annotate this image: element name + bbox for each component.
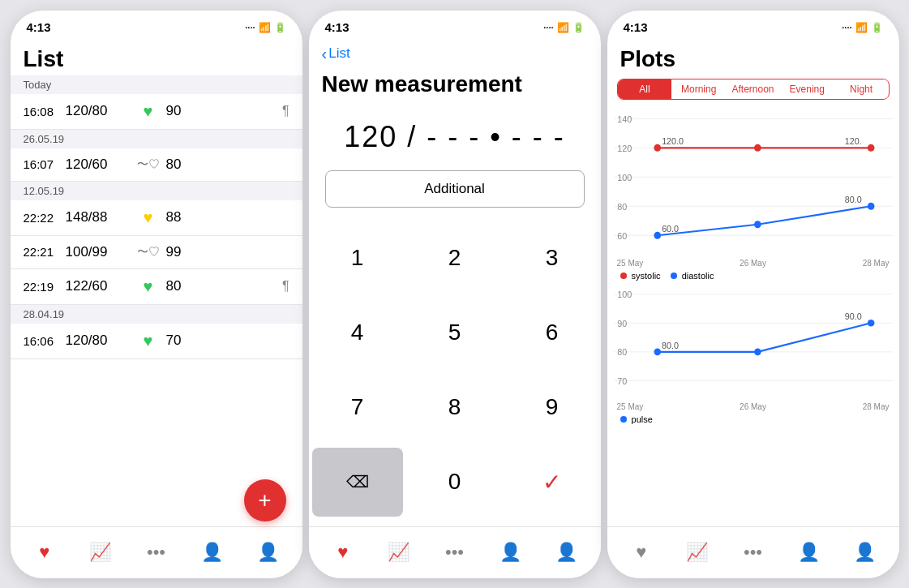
key-confirm[interactable]: ✓	[504, 444, 601, 519]
wifi-icon-2: 📶	[557, 22, 569, 33]
diastolic-dot	[671, 273, 677, 279]
tab-heart[interactable]: ♥	[17, 527, 73, 578]
key-2[interactable]: 2	[406, 221, 504, 295]
systolic-legend: systolic	[620, 271, 661, 281]
chart-tab-icon-3: 📈	[686, 542, 708, 563]
tab-plots[interactable]: 📈	[72, 527, 128, 578]
row-bp: 120/80	[66, 103, 131, 119]
row-time: 22:21	[24, 245, 59, 259]
tab-doctor-3[interactable]: 👤	[781, 527, 837, 578]
key-4[interactable]: 4	[309, 295, 406, 370]
status-time-2: 4:13	[325, 20, 349, 34]
list-item[interactable]: 22:19 122/60 ♥ 80 ¶	[11, 269, 302, 305]
tab-more-3[interactable]: •••	[725, 527, 781, 578]
status-icons-3: ···· 📶 🔋	[842, 22, 882, 33]
chart-tab-icon-2: 📈	[388, 542, 409, 563]
filter-tab-afternoon[interactable]: Afternoon	[726, 79, 780, 99]
section-today: Today	[11, 75, 302, 94]
back-button[interactable]: ‹ List	[309, 40, 601, 68]
svg-point-29	[754, 348, 761, 355]
filter-tab-evening[interactable]: Evening	[780, 79, 834, 99]
systolic-dot	[620, 273, 627, 279]
row-pulse: 80	[166, 157, 289, 173]
list-item[interactable]: 16:06 120/80 ♥ 70	[11, 324, 302, 359]
row-memo: ¶	[282, 279, 289, 294]
heart-green-icon: ♥	[137, 332, 160, 350]
bp-chart-legend: systolic diastolic	[614, 269, 893, 282]
filter-tab-morning[interactable]: Morning	[671, 79, 726, 99]
ecg-icon: 〜♡	[137, 245, 160, 260]
doctor-tab-icon-3: 👤	[798, 542, 820, 563]
pulse-chart-x-labels: 25 May 26 May 28 May	[614, 402, 893, 411]
list-item[interactable]: 22:22 148/88 ♥ 88	[11, 200, 302, 236]
additional-button[interactable]: Additional	[325, 170, 585, 208]
pulse-chart-legend: pulse	[614, 413, 893, 426]
back-label: List	[328, 45, 349, 62]
heart-tab-icon: ♥	[39, 542, 49, 563]
key-7[interactable]: 7	[309, 370, 406, 444]
tab-bar-3: ♥ 📈 ••• 👤 👤	[607, 526, 899, 578]
list-item[interactable]: 22:21 100/99 〜♡ 99	[11, 236, 302, 269]
tab-more-2[interactable]: •••	[427, 527, 482, 578]
key-3[interactable]: 3	[504, 221, 601, 295]
row-pulse: 99	[166, 244, 289, 260]
heart-green-icon: ♥	[137, 102, 160, 121]
tab-profile-2[interactable]: 👤	[538, 527, 594, 578]
row-memo: ¶	[282, 104, 289, 118]
bp-chart: 140 120 100 80 60 120.0 120.	[614, 109, 893, 255]
list-item[interactable]: 16:07 120/60 〜♡ 80	[11, 148, 302, 182]
filter-tab-night[interactable]: Night	[834, 79, 889, 99]
row-pulse: 90	[166, 103, 276, 119]
tab-heart-2[interactable]: ♥	[315, 527, 371, 578]
tab-profile[interactable]: 👤	[240, 527, 296, 578]
numpad: 1 2 3 4 5 6 7 8 9 ⌫ 0 ✓	[309, 214, 601, 526]
row-time: 16:07	[24, 157, 59, 171]
signal-icon-1: ····	[245, 23, 255, 32]
key-8[interactable]: 8	[406, 370, 504, 444]
svg-text:120.: 120.	[844, 135, 861, 145]
key-5[interactable]: 5	[406, 295, 504, 370]
battery-icon-3: 🔋	[871, 22, 883, 33]
svg-text:120.0: 120.0	[662, 135, 684, 145]
key-delete[interactable]: ⌫	[312, 448, 403, 516]
key-0[interactable]: 0	[406, 444, 504, 519]
list-title: List	[11, 40, 302, 75]
tab-doctor-2[interactable]: 👤	[482, 527, 538, 578]
screen-new-measurement: 4:13 ···· 📶 🔋 ‹ List New measurement 120…	[309, 11, 601, 578]
bp-input-display: 120 / - - - • - - -	[309, 107, 601, 164]
more-tab-icon: •••	[147, 542, 165, 563]
x-label-28may-2: 28 May	[863, 402, 890, 411]
tab-plots-3[interactable]: 📈	[669, 527, 725, 578]
profile-tab-icon-2: 👤	[555, 542, 577, 563]
row-bp: 100/99	[66, 244, 131, 260]
key-1[interactable]: 1	[309, 221, 406, 295]
doctor-tab-icon: 👤	[201, 542, 223, 563]
svg-point-30	[867, 320, 874, 327]
heart-yellow-icon: ♥	[137, 208, 160, 227]
tab-doctor[interactable]: 👤	[184, 527, 240, 578]
svg-point-15	[654, 231, 661, 238]
add-measurement-button[interactable]: +	[244, 479, 286, 521]
key-9[interactable]: 9	[504, 370, 601, 444]
svg-text:90.0: 90.0	[844, 311, 861, 320]
svg-point-16	[754, 221, 761, 228]
svg-point-12	[867, 144, 874, 151]
wifi-icon-3: 📶	[855, 22, 868, 33]
svg-text:70: 70	[617, 376, 627, 385]
svg-text:80.0: 80.0	[662, 340, 679, 350]
section-26may: 26.05.19	[11, 130, 302, 148]
svg-text:60: 60	[617, 230, 627, 240]
doctor-tab-icon-2: 👤	[500, 542, 521, 563]
tab-plots-2[interactable]: 📈	[371, 527, 427, 578]
status-time-1: 4:13	[27, 20, 51, 34]
heart-green-icon: ♥	[137, 277, 160, 296]
new-measurement-title: New measurement	[309, 68, 601, 107]
tab-heart-3[interactable]: ♥	[614, 527, 670, 578]
more-tab-icon-3: •••	[744, 542, 762, 563]
tab-profile-3[interactable]: 👤	[837, 527, 893, 578]
svg-text:140: 140	[617, 114, 632, 123]
tab-more[interactable]: •••	[128, 527, 184, 578]
filter-tab-all[interactable]: All	[618, 79, 672, 99]
key-6[interactable]: 6	[504, 295, 601, 370]
list-item[interactable]: 16:08 120/80 ♥ 90 ¶	[11, 94, 302, 130]
